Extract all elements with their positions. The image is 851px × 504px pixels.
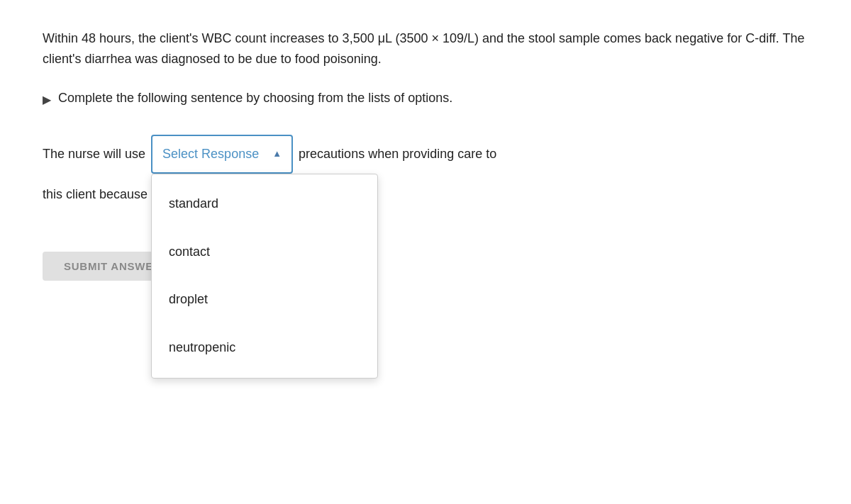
sentence-after: precautions when providing care to <box>299 140 496 169</box>
chevron-up-icon: ▲ <box>272 144 282 164</box>
dropdown-option-droplet[interactable]: droplet <box>152 276 377 324</box>
dropdown-option-standard[interactable]: standard <box>152 180 377 228</box>
instruction-text: Complete the following sentence by choos… <box>58 91 452 106</box>
dropdown-wrapper: Select Response ▲ standard contact dropl… <box>151 135 293 174</box>
instruction-block: ▶ Complete the following sentence by cho… <box>43 91 808 106</box>
dropdown-placeholder: Select Response <box>162 140 259 169</box>
arrow-icon: ▶ <box>43 93 51 106</box>
dropdown-option-neutropenic[interactable]: neutropenic <box>152 324 377 372</box>
select-response-dropdown[interactable]: Select Response ▲ <box>151 135 293 174</box>
sentence-before: The nurse will use <box>43 140 145 169</box>
sentence-first-line: The nurse will use Select Response ▲ sta… <box>43 135 808 174</box>
dropdown-option-contact[interactable]: contact <box>152 228 377 276</box>
dropdown-menu: standard contact droplet neutropenic <box>151 174 378 378</box>
sentence-second-before: this client because <box>43 181 148 209</box>
passage: Within 48 hours, the client's WBC count … <box>43 28 808 69</box>
sentence-area: The nurse will use Select Response ▲ sta… <box>43 135 808 209</box>
passage-text: Within 48 hours, the client's WBC count … <box>43 28 808 69</box>
